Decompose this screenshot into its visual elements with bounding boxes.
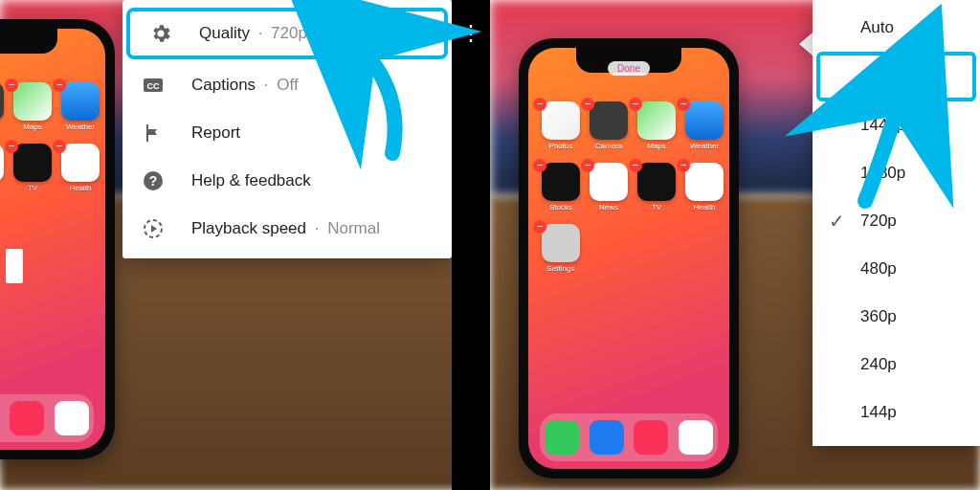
gear-icon	[149, 22, 172, 45]
quality-option[interactable]: 240p	[813, 341, 980, 389]
dock-app	[545, 420, 579, 455]
menu-item-label: Captions	[191, 76, 256, 94]
quality-option[interactable]: 2160p	[816, 52, 976, 101]
app-icon: −Maps	[637, 101, 676, 153]
menu-item-speed[interactable]: Playback speed · Normal	[122, 205, 452, 253]
dock	[540, 413, 718, 461]
quality-label: 1440p	[860, 116, 980, 135]
app-label: Weather	[690, 142, 719, 150]
quality-option[interactable]: 480p	[813, 245, 980, 293]
app-label: Maps	[23, 122, 42, 131]
quality-label: Auto	[860, 18, 980, 37]
app-label: News	[599, 203, 618, 212]
menu-item-value: 720p	[271, 24, 307, 42]
dock-app	[679, 420, 713, 455]
home-screen-apps: −Photos−Camera−Maps−Weather−Stocks−News−…	[542, 101, 716, 276]
app-label: Camera	[595, 142, 622, 150]
quality-option[interactable]: 1080p	[813, 149, 980, 197]
quality-label: 2160p	[860, 67, 972, 86]
player-settings-menu: Quality · 720pCaptions · OffReportHelp &…	[122, 0, 452, 258]
quality-label: 240p	[860, 355, 980, 374]
app-label: Health	[693, 203, 715, 212]
video-caption-tag	[6, 249, 23, 283]
menu-item-value: Off	[277, 76, 298, 94]
app-icon: −TV	[637, 163, 676, 214]
dock	[0, 394, 94, 442]
app-icon: −Photos	[542, 101, 580, 153]
quality-option[interactable]: 144p	[813, 389, 980, 436]
app-icon: −Settings	[542, 224, 580, 276]
app-icon: −TV	[13, 144, 52, 195]
quality-option[interactable]: ✓720p	[813, 197, 980, 245]
phone-mockup: Done −Photos−Camera−Maps−Weather−Stocks−…	[519, 38, 739, 479]
menu-item-value: Normal	[327, 219, 380, 237]
app-icon: −Camera	[0, 82, 4, 134]
quality-label: 144p	[860, 403, 980, 422]
dock-app	[10, 401, 44, 435]
dock-app	[590, 420, 624, 455]
more-vert-icon[interactable]: ⋮	[460, 21, 481, 46]
app-label: Health	[69, 184, 91, 192]
app-icon: −Weather	[685, 101, 724, 153]
app-icon: −News	[0, 144, 4, 195]
dock-app	[634, 420, 668, 455]
app-icon: −Maps	[13, 82, 52, 134]
quality-label: 480p	[860, 259, 980, 278]
phone-mockup: −Photos−Camera−Maps−Weather−Stocks−News−…	[0, 19, 115, 459]
app-label: Maps	[647, 142, 666, 150]
app-label: TV	[28, 184, 37, 192]
app-icon: −Health	[685, 163, 724, 214]
app-label: Weather	[66, 122, 95, 131]
menu-item-captions[interactable]: Captions · Off	[122, 61, 452, 109]
speed-icon	[142, 217, 165, 240]
screenshot-left: −Photos−Camera−Maps−Weather−Stocks−News−…	[0, 0, 490, 490]
menu-item-label: Quality	[199, 24, 250, 42]
dock-app	[55, 401, 89, 435]
menu-item-label: Report	[191, 123, 240, 142]
quality-option[interactable]: 360p	[813, 293, 980, 341]
app-label: Settings	[547, 264, 575, 273]
player-right-rail: ⋮	[452, 0, 490, 490]
menu-item-label: Help & feedback	[191, 171, 311, 189]
app-label: Photos	[549, 142, 573, 150]
app-label: TV	[652, 203, 661, 212]
check-icon: ✓	[813, 210, 860, 233]
menu-item-help[interactable]: Help & feedback	[122, 157, 452, 205]
screenshot-right: Done −Photos−Camera−Maps−Weather−Stocks−…	[490, 0, 980, 490]
quality-label: 720p	[860, 212, 980, 231]
help-icon	[142, 169, 165, 192]
quality-submenu: Auto2160p1440p1080p✓720p480p360p240p144p	[813, 0, 980, 446]
quality-option[interactable]: Auto	[813, 4, 980, 52]
app-icon: −News	[590, 163, 628, 214]
done-pill[interactable]: Done	[608, 61, 650, 76]
quality-label: 360p	[860, 307, 980, 326]
menu-item-label: Playback speed	[191, 219, 306, 237]
quality-option[interactable]: 1440p	[813, 101, 980, 149]
app-icon: −Health	[61, 144, 100, 195]
menu-item-quality[interactable]: Quality · 720p	[126, 8, 448, 59]
app-icon: −Camera	[590, 101, 628, 153]
submenu-pointer	[799, 33, 813, 56]
cc-icon	[142, 74, 165, 97]
home-screen-apps: −Photos−Camera−Maps−Weather−Stocks−News−…	[0, 82, 92, 256]
app-label: Stocks	[549, 203, 572, 212]
app-icon: −Stocks	[542, 163, 580, 214]
quality-label: 1080p	[860, 164, 980, 183]
flag-icon	[142, 122, 165, 145]
app-icon: −Weather	[61, 82, 100, 134]
menu-item-report[interactable]: Report	[122, 109, 452, 157]
